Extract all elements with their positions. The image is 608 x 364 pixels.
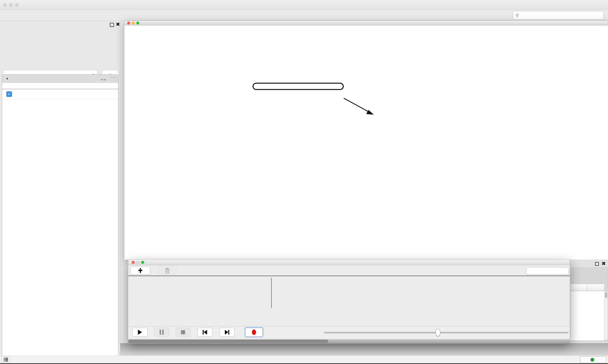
cyanimator-window [128,260,570,343]
search-input[interactable] [519,13,595,18]
minimize-window-button[interactable] [9,3,13,7]
table-dock-tabs [320,345,320,345]
plus-icon [138,268,143,273]
search-icon: ⚲ [515,13,519,18]
arrow-annotation [343,94,379,122]
table-scrollbar[interactable] [605,291,608,340]
memory-status-icon [590,358,594,362]
record-icon [252,329,256,335]
close-window-button[interactable] [132,261,135,264]
record-button[interactable] [245,328,263,337]
close-panel-icon[interactable]: ✖ [116,22,120,27]
cyanimator-controls [128,326,570,339]
network-window-titlebar[interactable] [124,21,608,26]
trash-icon [165,268,170,273]
properties-card: ▾ ⌄⌄ ⌃⌃ ✓ [2,74,118,362]
lock-size-checkbox[interactable]: ✓ [6,91,12,97]
playhead[interactable] [271,278,272,308]
close-window-button[interactable] [3,3,7,7]
play-button[interactable] [132,328,148,337]
horizontal-scrollbar[interactable] [128,339,570,344]
skip-to-start-icon [203,330,207,335]
network-window [124,21,608,260]
minimize-window-button[interactable] [132,22,135,25]
control-panel-tabs [31,55,31,55]
cytoscape-app: ⚲ ✖ ▾ ▾ ▾ ⌄⌄ ⌃⌃ ✓ [0,0,608,364]
float-panel-icon[interactable] [595,262,599,266]
pause-button[interactable] [154,328,169,337]
clear-all-frames-button[interactable] [526,267,568,275]
app-titlebar [0,0,608,10]
table-browser-panel: ✖ [570,260,608,343]
close-window-button[interactable] [127,22,130,25]
table-body[interactable] [570,291,604,340]
scrollbar-thumb[interactable] [605,292,607,298]
expand-all-icon[interactable]: ⌄⌄ [100,76,106,81]
zoom-window-button[interactable] [136,22,139,25]
stop-button[interactable] [176,328,190,337]
network-canvas[interactable] [124,26,608,260]
stop-icon [181,330,185,334]
float-panel-icon[interactable] [110,23,114,27]
text-annotation-box[interactable] [252,83,344,90]
collapse-all-icon[interactable]: ⌃⌃ [110,76,116,81]
add-frame-button[interactable] [130,266,150,275]
cyanimator-titlebar[interactable] [128,260,570,265]
minimize-window-button[interactable] [136,261,139,264]
close-panel-icon[interactable]: ✖ [602,261,606,266]
chevron-down-icon: ▾ [6,77,8,81]
zoom-window-button[interactable] [141,261,144,264]
control-panel: ✖ ▾ ▾ ▾ ⌄⌄ ⌃⌃ ✓ [0,21,120,355]
zoom-window-button[interactable] [15,3,19,7]
pause-icon [160,330,164,335]
properties-header[interactable]: ▾ ⌄⌄ ⌃⌃ [2,75,118,83]
status-bar [0,355,608,363]
table-dock-bar [120,343,608,355]
timeline-ruler [128,308,570,317]
search-box[interactable]: ⚲ [513,11,604,20]
scrollbar-thumb[interactable] [128,340,328,343]
skip-to-end-button[interactable] [220,328,235,337]
task-history-button[interactable] [1,356,10,363]
properties-columns [2,83,118,89]
animation-speed-slider[interactable] [324,332,568,333]
delete-frame-button[interactable] [158,266,177,275]
task-list-icon [3,358,8,362]
memory-button[interactable] [580,356,607,363]
skip-to-start-button[interactable] [197,328,212,337]
play-icon [138,330,142,335]
slider-thumb[interactable] [436,329,440,336]
skip-to-end-icon [225,330,229,335]
